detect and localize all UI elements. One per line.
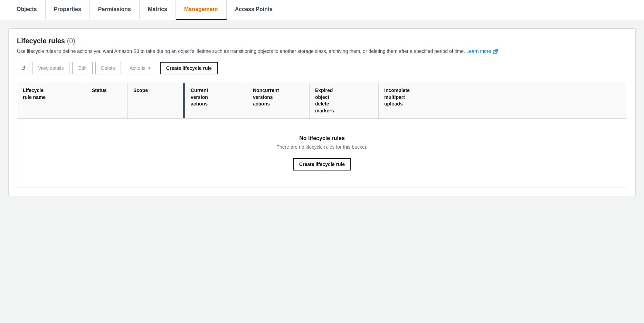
delete-button[interactable]: Delete — [95, 62, 121, 74]
tab-properties[interactable]: Properties — [46, 0, 90, 20]
tab-metrics[interactable]: Metrics — [140, 0, 176, 20]
col-noncurrent-versions-actions: Noncurrent versions actions — [247, 83, 310, 118]
col-rule-name: Lifecycle rule name — [17, 83, 86, 118]
lifecycle-rules-card: Lifecycle rules (0) Use lifecycle rules … — [8, 28, 636, 196]
lifecycle-rules-title: Lifecycle rules — [17, 37, 65, 45]
col-incomplete-multipart: Incomplete multipart uploads — [379, 83, 627, 118]
tabs-bar: Objects Properties Permissions Metrics M… — [0, 0, 644, 20]
actions-button[interactable]: Actions ▼ — [124, 62, 157, 74]
view-details-button[interactable]: View details — [32, 62, 69, 74]
refresh-icon: ↺ — [21, 65, 26, 72]
empty-description: There are no lifecycle rules for this bu… — [26, 144, 618, 150]
lifecycle-rules-count: (0) — [67, 37, 75, 45]
external-link-icon — [493, 49, 498, 54]
chevron-down-icon: ▼ — [148, 66, 151, 70]
col-status: Status — [86, 83, 128, 118]
col-expired-delete-markers: Expired object delete markers — [310, 83, 379, 118]
lifecycle-rules-table: Lifecycle rule name Status Scope Current… — [17, 83, 627, 187]
col-current-version-actions: Current version actions — [185, 83, 247, 118]
toolbar: ↺ View details Edit Delete Actions ▼ Cre… — [17, 62, 627, 74]
learn-more-link[interactable]: Learn more — [466, 48, 498, 55]
card-description: Use lifecycle rules to define actions yo… — [17, 48, 627, 55]
tab-permissions[interactable]: Permissions — [90, 0, 140, 20]
table-header: Lifecycle rule name Status Scope Current… — [17, 83, 627, 119]
empty-title: No lifecycle rules — [26, 135, 618, 141]
refresh-button[interactable]: ↺ — [17, 62, 29, 74]
create-lifecycle-rule-button[interactable]: Create lifecycle rule — [160, 62, 218, 74]
create-lifecycle-rule-empty-button[interactable]: Create lifecycle rule — [293, 158, 351, 170]
tab-access-points[interactable]: Access Points — [227, 0, 281, 20]
edit-button[interactable]: Edit — [72, 62, 92, 74]
table-empty-state: No lifecycle rules There are no lifecycl… — [17, 119, 627, 187]
card-title: Lifecycle rules (0) — [17, 37, 627, 45]
tab-management[interactable]: Management — [176, 0, 227, 20]
col-scope: Scope — [128, 83, 183, 118]
main-content: Lifecycle rules (0) Use lifecycle rules … — [0, 20, 644, 204]
tab-objects[interactable]: Objects — [8, 0, 46, 20]
